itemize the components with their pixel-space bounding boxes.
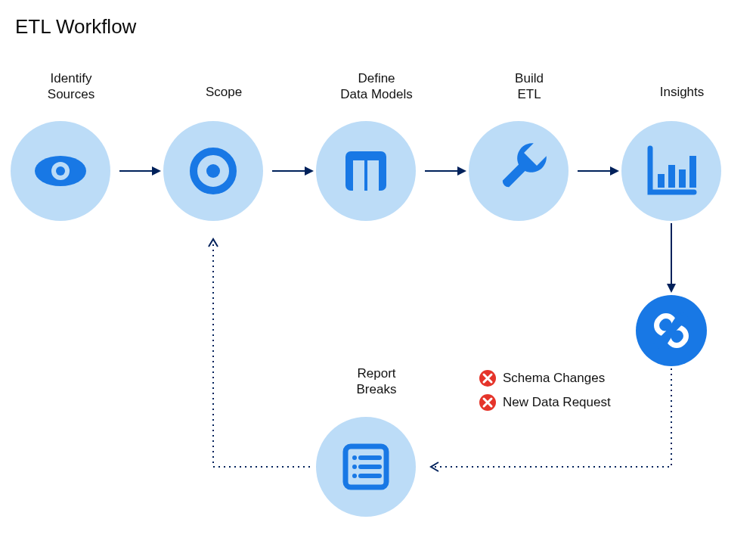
columns-icon [345,151,386,191]
cause-request-icon [479,394,496,411]
svg-point-43 [352,465,357,469]
dotted-broken-to-breaks [431,368,671,471]
svg-rect-8 [345,151,386,191]
svg-rect-13 [658,174,665,188]
node-build [469,121,569,221]
dotted-breaks-to-scope [209,239,310,467]
svg-marker-20 [305,166,314,176]
svg-point-41 [352,455,357,460]
svg-marker-26 [667,284,676,293]
svg-rect-9 [353,160,364,191]
node-identify [11,121,110,221]
node-models [316,121,416,221]
eye-icon [35,156,86,186]
svg-rect-16 [689,156,696,188]
node-breaks [316,417,416,517]
svg-point-6 [206,164,220,178]
svg-marker-22 [457,166,466,176]
svg-point-3 [56,166,65,176]
svg-rect-15 [679,169,686,188]
svg-point-45 [352,474,357,478]
arrow-scope-models [272,166,314,176]
arrow-models-build [425,166,466,176]
svg-rect-14 [668,165,675,188]
svg-marker-24 [610,166,619,176]
node-scope [163,121,263,221]
node-insights [621,121,721,221]
svg-marker-18 [152,166,161,176]
arrow-build-insights [578,166,619,176]
arrow-identify-scope [119,166,161,176]
node-broken-link [636,295,707,366]
diagram-canvas [0,0,756,547]
cause-schema-icon [479,370,496,387]
svg-rect-10 [367,160,379,191]
arrow-insights-break [667,223,676,293]
